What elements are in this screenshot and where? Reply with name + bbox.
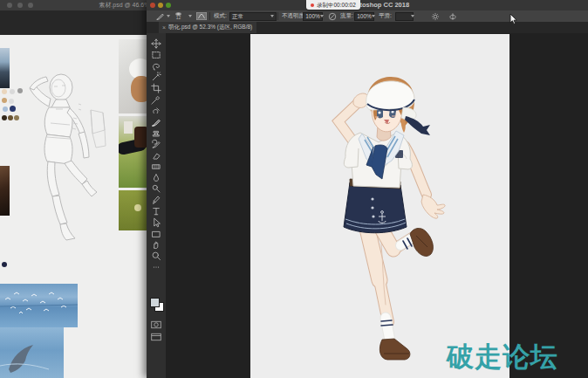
lasso-tool-icon[interactable] (151, 59, 161, 70)
clone-stamp-tool-icon[interactable] (151, 126, 161, 136)
photoshop-window[interactable]: Adobe Photoshop CC 2018 12 模式 (147, 0, 588, 378)
mouse-cursor-icon (509, 13, 518, 25)
brush-tool-indicator[interactable] (155, 10, 165, 22)
smoothing-chevron-down-icon[interactable] (411, 10, 414, 22)
canvas-area[interactable] (166, 33, 588, 378)
airbrush-icon[interactable] (328, 10, 337, 22)
hand-tool-icon[interactable] (151, 237, 161, 248)
screen-recording-badge[interactable]: 录制中00:00:02 (306, 0, 360, 10)
gradient-tool-icon[interactable] (151, 160, 161, 170)
dolphin-photo[interactable] (0, 327, 64, 378)
close-icon[interactable]: × (162, 24, 166, 31)
move-tool-icon[interactable] (151, 37, 161, 47)
opacity-chevron-down-icon[interactable] (320, 10, 324, 22)
character-artwork (250, 34, 509, 378)
tools-panel[interactable] (147, 33, 167, 378)
screen-mode-icon[interactable] (151, 329, 161, 338)
flow-chevron-down-icon[interactable] (372, 10, 375, 22)
document-tab[interactable]: × 萌化.psd @ 52.3% (选区, RGB/8) (159, 22, 256, 33)
blend-mode-value: 正常 (229, 12, 277, 21)
dodge-tool-icon[interactable] (151, 182, 161, 192)
document-tab-bar[interactable]: × 萌化.psd @ 52.3% (选区, RGB/8) (147, 22, 588, 34)
symmetry-icon[interactable] (448, 10, 457, 22)
photoshop-window-title: Adobe Photoshop CC 2018 (147, 1, 588, 10)
eyedropper-tool-icon[interactable] (151, 93, 161, 103)
color-swatches[interactable] (150, 298, 163, 311)
history-brush-tool-icon[interactable] (151, 137, 161, 148)
crop-tool-icon[interactable] (151, 81, 161, 92)
shoes-grass-reference-photo[interactable] (119, 116, 150, 188)
shape-tool-icon[interactable] (151, 227, 161, 237)
document-tab-label: 萌化.psd @ 52.3% (选区, RGB/8) (168, 24, 252, 31)
blend-mode-label: 模式: (214, 10, 227, 22)
type-tool-icon[interactable] (151, 204, 161, 215)
tool-preset-chevron-down-icon[interactable] (167, 10, 170, 22)
blend-mode-select[interactable]: 正常 (229, 10, 277, 22)
path-selection-tool-icon[interactable] (151, 216, 161, 226)
flow-label: 流量: (340, 10, 353, 22)
tool-list (147, 33, 166, 295)
quick-mask-icon[interactable] (151, 317, 161, 326)
brush-settings-panel-icon[interactable] (196, 10, 207, 22)
magic-wand-tool-icon[interactable] (151, 70, 161, 80)
brush-size-chevron-down-icon[interactable] (188, 10, 192, 22)
screen: 素材.psd @ 46.6% (图层 13, RGB/8) (0, 0, 588, 378)
recording-indicator-dot (311, 3, 314, 7)
gear-icon[interactable] (431, 10, 440, 22)
zoom-tool-icon[interactable] (151, 249, 161, 259)
document-page[interactable] (250, 34, 509, 378)
blend-mode-chevron-down-icon[interactable] (270, 10, 274, 22)
brush-size-value: 12 (176, 16, 181, 20)
more-tools-icon[interactable] (151, 260, 161, 271)
recording-timer-label: 录制中00:00:02 (317, 0, 356, 10)
pen-tool-icon[interactable] (151, 193, 161, 203)
rectangular-marquee-tool-icon[interactable] (151, 48, 161, 58)
seabirds-photo[interactable] (0, 284, 78, 327)
hat-reference-photo[interactable] (119, 39, 150, 113)
foreground-color-swatch[interactable] (150, 298, 160, 307)
eraser-tool-icon[interactable] (151, 148, 161, 159)
blur-tool-icon[interactable] (151, 171, 161, 182)
smoothing-label: 平滑: (379, 10, 392, 22)
brush-tool-icon[interactable] (151, 115, 161, 126)
green-bag-reference-photo[interactable] (119, 190, 150, 230)
forum-watermark: 破走论坛 (447, 341, 558, 371)
tool-options-bar[interactable]: 12 模式: 正常 不透明度: 100% (147, 10, 588, 23)
healing-brush-tool-icon[interactable] (151, 104, 161, 114)
brush-size-preview[interactable]: 12 (175, 10, 181, 22)
